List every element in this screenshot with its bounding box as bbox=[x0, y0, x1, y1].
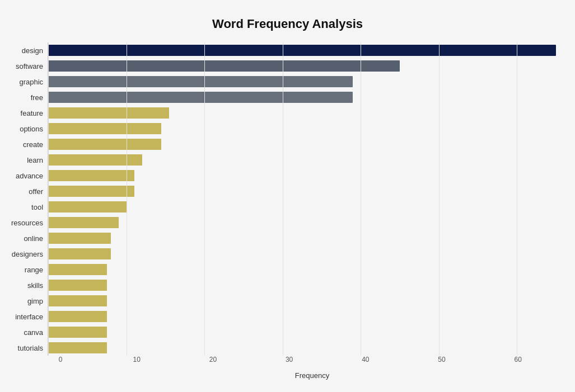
bar-row-interface bbox=[48, 309, 564, 324]
bar-learn bbox=[48, 154, 142, 166]
bar-row-tool bbox=[48, 199, 564, 215]
bar-offer bbox=[48, 186, 134, 197]
x-tick-0: 0 bbox=[59, 356, 63, 363]
x-tick-10: 10 bbox=[133, 356, 141, 363]
bar-row-gimp bbox=[48, 293, 564, 309]
bar-row-design bbox=[48, 42, 564, 58]
bar-options bbox=[48, 123, 161, 134]
y-label-design: design bbox=[22, 42, 43, 58]
y-label-learn: learn bbox=[27, 152, 43, 168]
y-axis-labels: designsoftwaregraphicfreefeatureoptionsc… bbox=[11, 42, 48, 356]
y-label-range: range bbox=[25, 262, 43, 277]
y-label-resources: resources bbox=[11, 215, 43, 230]
bar-online bbox=[48, 233, 111, 244]
bar-skills bbox=[48, 280, 107, 291]
bar-row-designers bbox=[48, 246, 564, 262]
bars-area bbox=[48, 42, 564, 356]
y-label-feature: feature bbox=[21, 105, 43, 121]
bar-row-tutorials bbox=[48, 340, 564, 356]
bar-feature bbox=[48, 107, 169, 119]
y-label-offer: offer bbox=[29, 183, 43, 199]
bar-row-canva bbox=[48, 324, 564, 340]
bar-row-advance bbox=[48, 168, 564, 183]
x-tick-30: 30 bbox=[286, 356, 293, 363]
y-label-create: create bbox=[23, 136, 43, 152]
bar-row-resources bbox=[48, 215, 564, 230]
y-label-designers: designers bbox=[12, 246, 43, 262]
bar-row-create bbox=[48, 136, 564, 152]
bar-canva bbox=[48, 327, 107, 338]
bar-advance bbox=[48, 170, 134, 181]
bar-row-free bbox=[48, 89, 564, 105]
y-label-canva: canva bbox=[24, 324, 43, 340]
bar-row-options bbox=[48, 121, 564, 136]
chart-title: Word Frequency Analysis bbox=[11, 17, 564, 31]
x-tick-50: 50 bbox=[438, 356, 445, 363]
bar-row-feature bbox=[48, 105, 564, 121]
x-tick-60: 60 bbox=[515, 356, 522, 363]
y-label-software: software bbox=[16, 58, 43, 74]
y-label-skills: skills bbox=[27, 277, 43, 293]
y-label-online: online bbox=[24, 230, 43, 246]
bar-row-software bbox=[48, 58, 564, 74]
y-label-graphic: graphic bbox=[19, 74, 43, 89]
bar-software bbox=[48, 60, 400, 72]
bar-designers bbox=[48, 248, 111, 259]
chart-area: designsoftwaregraphicfreefeatureoptionsc… bbox=[11, 42, 564, 380]
bar-design bbox=[48, 45, 556, 56]
bar-interface bbox=[48, 311, 107, 322]
bar-row-skills bbox=[48, 277, 564, 293]
bar-tutorials bbox=[48, 342, 107, 353]
bar-range bbox=[48, 264, 107, 275]
chart-container: Word Frequency Analysis designsoftwaregr… bbox=[6, 6, 569, 392]
y-label-tutorials: tutorials bbox=[18, 340, 44, 356]
bars-section: designsoftwaregraphicfreefeatureoptionsc… bbox=[11, 42, 564, 356]
bar-row-offer bbox=[48, 183, 564, 199]
bar-gimp bbox=[48, 295, 107, 306]
chart-bottom: 0102030405060 Frequency bbox=[60, 356, 564, 380]
y-label-advance: advance bbox=[16, 168, 43, 183]
bar-tool bbox=[48, 201, 127, 212]
bar-graphic bbox=[48, 76, 353, 87]
y-label-tool: tool bbox=[31, 199, 43, 215]
bar-row-learn bbox=[48, 152, 564, 168]
bar-row-online bbox=[48, 230, 564, 246]
bar-resources bbox=[48, 217, 119, 228]
y-label-interface: interface bbox=[15, 309, 43, 324]
bar-create bbox=[48, 139, 161, 150]
bar-free bbox=[48, 92, 353, 103]
bar-row-graphic bbox=[48, 74, 564, 89]
bar-row-range bbox=[48, 262, 564, 277]
y-label-gimp: gimp bbox=[27, 293, 43, 309]
x-tick-40: 40 bbox=[362, 356, 369, 363]
y-label-free: free bbox=[31, 89, 43, 105]
y-label-options: options bbox=[20, 121, 43, 136]
x-tick-20: 20 bbox=[209, 356, 217, 363]
x-axis-label: Frequency bbox=[60, 371, 564, 380]
